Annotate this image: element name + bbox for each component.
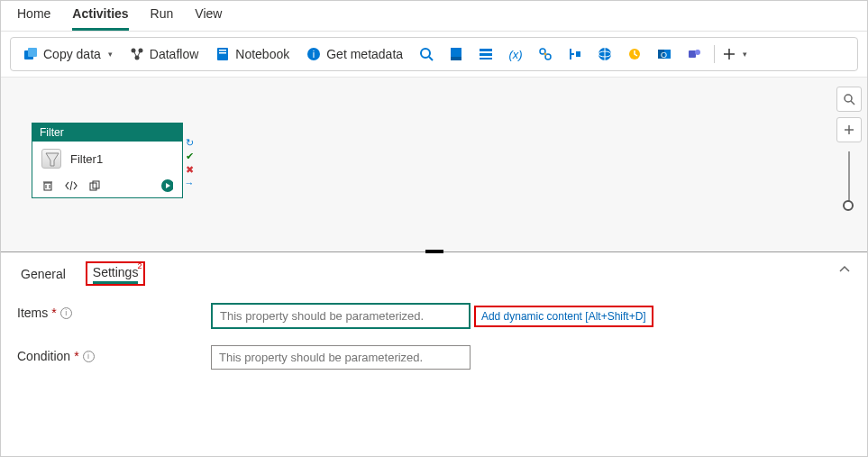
properties-panel-tabs: General Settings 2 (1, 252, 867, 289)
copy-data-button[interactable]: Copy data ▾ (16, 43, 120, 65)
search-icon (419, 47, 434, 61)
canvas-tools (836, 87, 862, 206)
clone-activity-button[interactable] (88, 179, 101, 192)
notebook-label: Notebook (235, 47, 289, 61)
svg-point-10 (421, 49, 430, 58)
svg-rect-1 (28, 48, 37, 57)
copy-data-icon (23, 47, 38, 61)
activity-node-name: Filter1 (70, 152, 103, 166)
svg-rect-33 (44, 183, 51, 190)
spark-icon (538, 47, 553, 61)
notebook-icon (215, 47, 230, 61)
info-icon: i (306, 47, 321, 61)
globe-icon (598, 47, 612, 61)
svg-rect-29 (689, 50, 696, 58)
svg-rect-16 (480, 58, 492, 59)
chevron-down-icon: ▾ (108, 50, 113, 59)
tab-activities[interactable]: Activities (72, 6, 128, 31)
dataflow-label: Dataflow (150, 47, 198, 61)
copy-data-label: Copy data (43, 47, 101, 61)
condition-input[interactable] (211, 345, 471, 370)
handle-failure-icon[interactable]: ✖ (184, 164, 195, 175)
canvas-zoom-in-button[interactable] (836, 117, 862, 142)
chevron-down-icon: ▾ (743, 50, 747, 59)
variable-icon: (x) (508, 47, 523, 61)
canvas-zoom-slider[interactable] (848, 151, 850, 206)
svg-point-30 (695, 50, 700, 55)
items-info-icon[interactable]: i (60, 307, 72, 319)
outlook-icon: O (657, 47, 672, 61)
svg-rect-14 (480, 49, 492, 51)
svg-line-11 (429, 57, 433, 60)
delete-activity-button[interactable] (41, 179, 54, 192)
required-indicator: * (74, 349, 78, 363)
svg-line-37 (70, 181, 72, 190)
canvas-search-button[interactable] (836, 87, 862, 112)
add-dynamic-content-link[interactable]: Add dynamic content [Alt+Shift+D] (474, 306, 653, 327)
svg-line-42 (851, 101, 854, 105)
activity-node-header: Filter (32, 123, 182, 142)
add-activity-button[interactable]: ▾ (721, 43, 748, 65)
teams-icon (687, 47, 701, 61)
handle-skip-icon[interactable]: → (184, 178, 195, 188)
svg-text:O: O (661, 50, 667, 59)
svg-rect-6 (219, 50, 226, 51)
settings-form: Items * i Add dynamic content [Alt+Shift… (1, 289, 867, 398)
tab-view[interactable]: View (195, 6, 222, 31)
toolbar-divider (714, 45, 715, 63)
toolbar-icon-8[interactable]: O (651, 43, 678, 65)
tab-settings-highlighted: Settings 2 (86, 261, 146, 286)
tab-general[interactable]: General (17, 265, 69, 283)
activities-toolbar: Copy data ▾ Dataflow Notebook i Get meta… (10, 37, 858, 71)
pipeline-canvas[interactable]: Filter Filter1 ↻ ✔ ✖ → (1, 77, 867, 252)
toolbar-icon-2[interactable] (472, 43, 499, 65)
tab-settings[interactable]: Settings (93, 265, 139, 284)
svg-rect-15 (480, 53, 492, 56)
script-icon (449, 47, 463, 61)
handle-success-icon[interactable]: ✔ (184, 151, 195, 161)
bracket-icon (568, 47, 582, 61)
toolbar-icon-3[interactable]: (x) (502, 43, 529, 65)
wait-icon (627, 47, 642, 61)
tab-run[interactable]: Run (151, 6, 174, 31)
list-icon (479, 47, 493, 61)
top-tab-bar: Home Activities Run View (1, 1, 867, 32)
svg-text:i: i (313, 49, 315, 59)
items-label: Items (17, 306, 48, 320)
dataflow-button[interactable]: Dataflow (123, 43, 206, 65)
svg-rect-7 (219, 52, 226, 54)
handle-pending-icon[interactable]: ↻ (184, 137, 195, 148)
toolbar-icon-4[interactable] (532, 43, 559, 65)
node-output-handles: ↻ ✔ ✖ → (184, 137, 195, 188)
filter-icon (41, 149, 61, 169)
items-input[interactable] (211, 303, 471, 329)
activity-node-filter[interactable]: Filter Filter1 (32, 123, 183, 198)
toolbar-icon-5[interactable] (562, 43, 589, 65)
code-activity-button[interactable] (65, 179, 78, 192)
get-metadata-label: Get metadata (326, 47, 403, 61)
svg-line-20 (544, 53, 546, 55)
svg-rect-21 (576, 51, 580, 57)
toolbar-icon-1[interactable] (443, 43, 470, 65)
svg-rect-13 (451, 57, 461, 60)
condition-label: Condition (17, 349, 70, 363)
plus-icon (723, 47, 736, 61)
search-activities-button[interactable] (413, 43, 440, 65)
collapse-panel-button[interactable] (838, 263, 851, 276)
required-indicator: * (51, 306, 56, 320)
settings-badge: 2 (137, 261, 142, 270)
toolbar-icon-9[interactable] (681, 43, 708, 65)
svg-text:(x): (x) (508, 48, 522, 61)
dataflow-icon (130, 47, 144, 61)
tab-home[interactable]: Home (17, 6, 50, 31)
get-metadata-button[interactable]: i Get metadata (299, 43, 410, 65)
notebook-button[interactable]: Notebook (208, 43, 297, 65)
condition-info-icon[interactable]: i (83, 351, 95, 362)
run-activity-button[interactable] (160, 179, 173, 192)
toolbar-icon-6[interactable] (591, 43, 618, 65)
svg-point-41 (845, 95, 852, 102)
toolbar-icon-7[interactable] (621, 43, 648, 65)
